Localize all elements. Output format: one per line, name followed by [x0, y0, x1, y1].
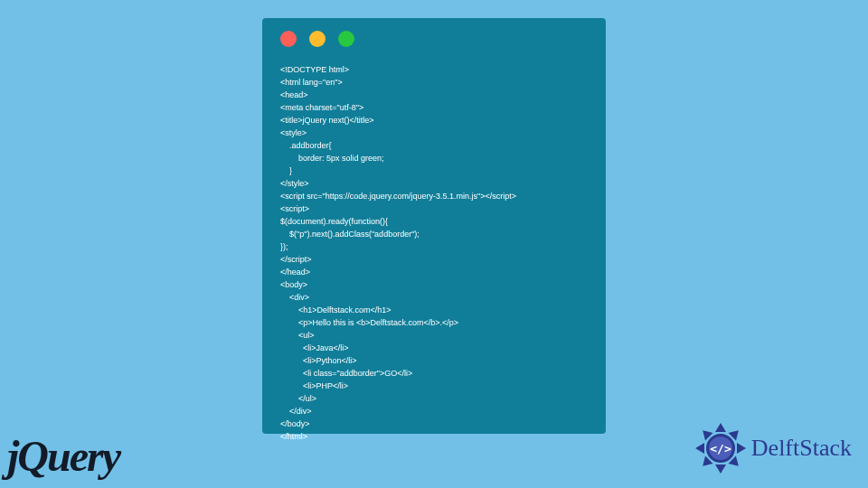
- delftstack-logo: </> DelftStack: [693, 421, 852, 475]
- svg-marker-0: [715, 423, 726, 432]
- window-dots: [280, 31, 588, 47]
- jquery-logo: jQuery: [7, 431, 119, 481]
- svg-marker-2: [737, 443, 746, 454]
- delftstack-logo-text: DelftStack: [751, 435, 852, 462]
- maximize-dot-icon: [338, 31, 354, 47]
- jquery-logo-text: jQuery: [7, 432, 119, 480]
- delftstack-badge-icon: </>: [693, 421, 748, 475]
- svg-marker-4: [715, 465, 726, 474]
- code-content: <!DOCTYPE html> <html lang="en"> <head> …: [280, 63, 588, 443]
- svg-marker-6: [695, 443, 704, 454]
- svg-text:</>: </>: [710, 442, 731, 455]
- code-window: <!DOCTYPE html> <html lang="en"> <head> …: [262, 18, 606, 434]
- minimize-dot-icon: [309, 31, 326, 47]
- close-dot-icon: [280, 31, 297, 47]
